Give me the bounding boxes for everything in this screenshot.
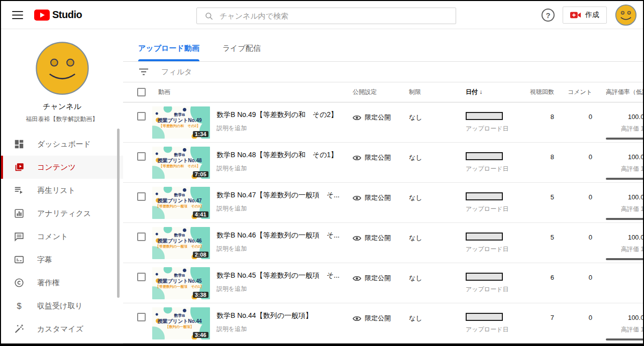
- select-all-checkbox[interactable]: [137, 88, 146, 96]
- sidebar-scrollbar[interactable]: [117, 129, 120, 298]
- content-icon: [13, 161, 25, 173]
- sidebar-item-monetization[interactable]: $ 収益受け取り: [1, 294, 123, 317]
- views-count: 8: [527, 102, 557, 121]
- video-title[interactable]: 数学B No.46【等差数列の一般項 そ...: [217, 231, 340, 240]
- date-type-label: アップロード日: [466, 125, 527, 133]
- add-description-link[interactable]: 説明を追加: [217, 164, 338, 173]
- comments-count: 0: [557, 223, 592, 241]
- filter-bar[interactable]: フィルタ: [123, 62, 643, 82]
- sidebar-item-dashboard[interactable]: ダッシュボード: [1, 133, 123, 156]
- duration-badge: 3:38: [193, 292, 208, 298]
- video-title[interactable]: 数学B No.49【等差数列の和 その2】: [217, 110, 338, 120]
- table-header-row: 動画 公開設定 制限 日付 ↓ 視聴回数 コメント 高評価率（低評価率）: [123, 82, 643, 102]
- topbar-actions: ? 作成: [542, 1, 637, 29]
- search-icon: [204, 12, 213, 21]
- help-icon[interactable]: ?: [542, 9, 555, 22]
- create-button[interactable]: 作成: [563, 7, 607, 24]
- thumbnail-text-line2: 授業プリントNo.48: [152, 157, 207, 164]
- unlisted-eye-icon: [353, 155, 361, 161]
- video-title[interactable]: 数学B No.47【等差数列の一般項 そ...: [217, 191, 340, 200]
- date-redaction-box: [466, 112, 503, 120]
- sidebar-nav: ダッシュボード コンテンツ 再生リスト アナリティクス コメント: [1, 133, 123, 343]
- thumbnail-text-line3: 【等差数列の一般項 その2】: [152, 244, 207, 249]
- video-thumbnail[interactable]: 数学B 授業プリントNo.47 【等差数列の一般項 その3】 4:41: [152, 187, 210, 219]
- comments-count: 0: [557, 183, 592, 201]
- sidebar-item-analytics[interactable]: アナリティクス: [1, 202, 123, 225]
- restrictions-value: なし: [409, 263, 466, 283]
- youtube-studio-logo[interactable]: Studio: [34, 9, 82, 21]
- dashboard-icon: [13, 138, 25, 150]
- table-row[interactable]: 数学B 授業プリントNo.44 【数列の一般項】 3:46 数学B No.44【…: [123, 303, 643, 343]
- comments-icon: [13, 230, 25, 243]
- add-description-link[interactable]: 説明を追加: [217, 204, 340, 213]
- channel-label: チャンネル: [1, 102, 123, 111]
- video-title[interactable]: 数学B No.45【等差数列の一般項 そ...: [217, 271, 340, 280]
- search-input[interactable]: [220, 12, 456, 20]
- sidebar-item-customize[interactable]: カスタマイズ: [1, 317, 123, 340]
- header-video: 動画: [158, 88, 170, 96]
- date-type-label: アップロード日: [466, 245, 527, 254]
- views-count: 8: [527, 143, 557, 161]
- playlist-icon: [13, 184, 25, 196]
- video-thumbnail[interactable]: 数学B 授業プリントNo.44 【数列の一般項】 3:46: [152, 307, 210, 339]
- date-redaction-box: [466, 192, 503, 200]
- table-row[interactable]: 数学B 授業プリントNo.49 【等差数列の和 その2】 1:34 数学B No…: [123, 102, 643, 143]
- video-title[interactable]: 数学B No.44【数列の一般項】: [217, 311, 312, 320]
- table-row[interactable]: 数学B 授業プリントNo.45 【等差数列の一般項 その1】 3:38 数学B …: [123, 263, 643, 303]
- row-checkbox[interactable]: [137, 152, 146, 161]
- add-description-link[interactable]: 説明を追加: [217, 285, 340, 293]
- unlisted-eye-icon: [353, 235, 361, 242]
- youtube-play-icon: [34, 10, 50, 21]
- channel-search-box[interactable]: [196, 8, 456, 24]
- content-tabs: アップロード動画 ライブ配信: [123, 29, 643, 62]
- row-checkbox[interactable]: [137, 273, 146, 281]
- row-checkbox[interactable]: [137, 313, 146, 321]
- thumbnail-text-line2: 授業プリントNo.45: [152, 278, 207, 285]
- comments-count: 0: [557, 303, 592, 321]
- brand-text: Studio: [52, 9, 82, 21]
- unlisted-eye-icon: [353, 275, 361, 282]
- table-row[interactable]: 数学B 授業プリントNo.47 【等差数列の一般項 その3】 4:41 数学B …: [123, 183, 643, 223]
- sidebar-item-comments[interactable]: コメント: [1, 225, 123, 248]
- date-type-label: アップロード日: [466, 165, 527, 173]
- channel-name: 福田泰裕【数学解説動画】: [1, 115, 123, 124]
- sidebar-item-subtitles[interactable]: 字幕: [1, 248, 123, 271]
- sidebar-item-settings[interactable]: 設定: [1, 340, 123, 343]
- video-title[interactable]: 数学B No.48【等差数列の和 その1】: [217, 151, 338, 160]
- channel-box: チャンネル 福田泰裕【数学解説動画】: [1, 29, 123, 124]
- thumbnail-text-line2: 授業プリントNo.47: [152, 197, 207, 204]
- sidebar-item-playlists[interactable]: 再生リスト: [1, 179, 123, 202]
- sidebar-item-copyright[interactable]: 著作権: [1, 271, 123, 294]
- header-date-sort[interactable]: 日付 ↓: [466, 88, 527, 96]
- row-checkbox[interactable]: [137, 192, 146, 201]
- date-type-label: アップロード日: [466, 285, 527, 294]
- channel-avatar[interactable]: [35, 41, 90, 96]
- add-description-link[interactable]: 説明を追加: [217, 325, 312, 333]
- add-description-link[interactable]: 説明を追加: [217, 245, 340, 253]
- rating-cell: 100.0% 高評価 1件: [597, 303, 643, 343]
- views-count: 5: [527, 223, 557, 241]
- rating-cell: 100.0% 高評価 1件: [597, 143, 643, 182]
- table-row[interactable]: 数学B 授業プリントNo.46 【等差数列の一般項 その2】 2:08 数学B …: [123, 223, 643, 263]
- thumbnail-text-line2: 授業プリントNo.44: [152, 318, 207, 325]
- row-checkbox[interactable]: [137, 112, 146, 121]
- video-thumbnail[interactable]: 数学B 授業プリントNo.49 【等差数列の和 その2】 1:34: [152, 106, 210, 139]
- unlisted-eye-icon: [353, 315, 361, 322]
- video-thumbnail[interactable]: 数学B 授業プリントNo.46 【等差数列の一般項 その2】 2:08: [152, 227, 210, 259]
- tab-uploads[interactable]: アップロード動画: [138, 44, 199, 61]
- thumbnail-text-line2: 授業プリントNo.49: [152, 117, 207, 124]
- tab-live[interactable]: ライブ配信: [223, 44, 261, 61]
- table-row[interactable]: 数学B 授業プリントNo.48 【等差数列の和 その1】 7:05 数学B No…: [123, 143, 643, 183]
- sidebar-item-content[interactable]: コンテンツ: [1, 156, 123, 179]
- row-checkbox[interactable]: [137, 233, 146, 241]
- date-redaction-box: [466, 233, 503, 241]
- video-thumbnail[interactable]: 数学B 授業プリントNo.45 【等差数列の一般項 その1】 3:38: [152, 267, 210, 299]
- video-thumbnail[interactable]: 数学B 授業プリントNo.48 【等差数列の和 その1】 7:05: [152, 147, 210, 179]
- thumbnail-text-line3: 【等差数列の和 その1】: [152, 164, 207, 169]
- rating-cell: 100.0% 高評価 1件: [597, 183, 643, 222]
- header-visibility: 公開設定: [353, 88, 409, 96]
- add-description-link[interactable]: 説明を追加: [217, 124, 338, 133]
- hamburger-menu-icon[interactable]: [12, 11, 23, 19]
- create-video-icon: [570, 11, 581, 19]
- account-avatar[interactable]: [615, 4, 637, 26]
